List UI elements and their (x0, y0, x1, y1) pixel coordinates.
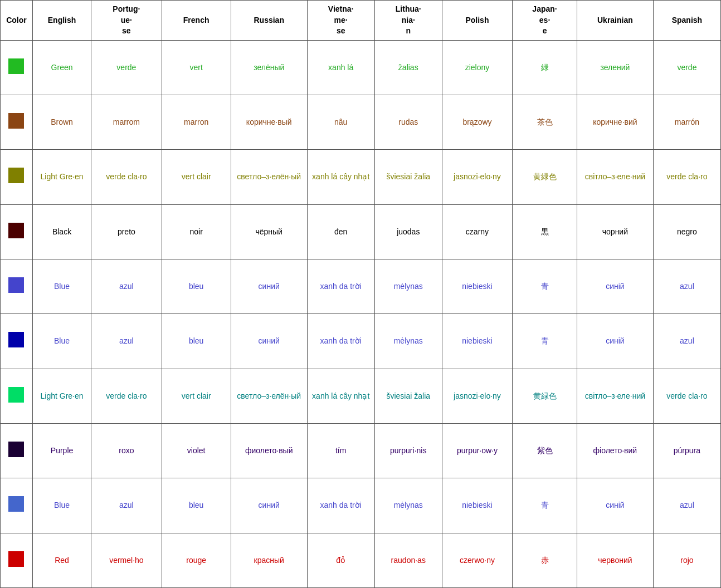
english-cell: Light Gre·en (32, 150, 91, 204)
vietnamese-cell: xanh lá (307, 40, 374, 95)
portuguese-cell: azul (91, 478, 162, 533)
table-row: Redvermel·horougeкрасныйđỏraudon·asczerw… (1, 533, 721, 587)
vietnamese-cell: xanh da trời (307, 259, 374, 314)
header-portuguese: Portug·ue·se (91, 1, 162, 41)
vietnamese-cell: xanh da trời (307, 478, 374, 533)
russian-cell: красный (231, 533, 307, 587)
polish-cell: purpur·ow·y (442, 423, 512, 478)
spanish-cell: marrón (653, 95, 720, 150)
portuguese-cell: azul (91, 259, 162, 314)
color-swatch-cell (1, 259, 33, 314)
japanese-cell: 青 (513, 478, 577, 533)
header-spanish: Spanish (653, 1, 720, 41)
french-cell: marron (162, 95, 231, 150)
header-english: English (32, 1, 91, 41)
color-swatch (8, 442, 24, 457)
japanese-cell: 紫色 (513, 423, 577, 478)
russian-cell: синий (231, 314, 307, 369)
polish-cell: brązowy (442, 95, 512, 150)
french-cell: bleu (162, 314, 231, 369)
color-swatch-cell (1, 150, 33, 204)
table-row: Blueazulbleuсинийxanh da trờimėlynasnieb… (1, 259, 721, 314)
spanish-cell: azul (653, 478, 720, 533)
english-cell: Green (32, 40, 91, 95)
english-cell: Brown (32, 95, 91, 150)
color-swatch-cell (1, 478, 33, 533)
japanese-cell: 黒 (513, 204, 577, 259)
english-cell: Red (32, 533, 91, 587)
japanese-cell: 青 (513, 259, 577, 314)
vietnamese-cell: đỏ (307, 533, 374, 587)
table-row: Light Gre·enverde cla·rovert clairсветло… (1, 150, 721, 204)
table-row: Blueazulbleuсинийxanh da trờimėlynasnieb… (1, 314, 721, 369)
color-swatch-cell (1, 423, 33, 478)
color-translation-table: Color English Portug·ue·se French Russia… (0, 0, 721, 588)
ukrainian-cell: синій (577, 314, 653, 369)
polish-cell: niebieski (442, 478, 512, 533)
french-cell: rouge (162, 533, 231, 587)
ukrainian-cell: зелений (577, 40, 653, 95)
color-swatch (8, 551, 24, 567)
portuguese-cell: verde cla·ro (91, 369, 162, 423)
polish-cell: zielony (442, 40, 512, 95)
spanish-cell: azul (653, 259, 720, 314)
color-swatch (8, 387, 24, 403)
lithuanian-cell: žalias (374, 40, 442, 95)
english-cell: Blue (32, 314, 91, 369)
japanese-cell: 黄緑色 (513, 150, 577, 204)
french-cell: bleu (162, 259, 231, 314)
french-cell: vert clair (162, 369, 231, 423)
russian-cell: синий (231, 259, 307, 314)
lithuanian-cell: mėlynas (374, 478, 442, 533)
english-cell: Black (32, 204, 91, 259)
color-swatch-cell (1, 314, 33, 369)
japanese-cell: 緑 (513, 40, 577, 95)
vietnamese-cell: tím (307, 423, 374, 478)
russian-cell: зелёный (231, 40, 307, 95)
ukrainian-cell: коричне·вий (577, 95, 653, 150)
color-swatch-cell (1, 369, 33, 423)
spanish-cell: negro (653, 204, 720, 259)
table-row: Purpleroxovioletфиолето·выйtímpurpuri·ni… (1, 423, 721, 478)
lithuanian-cell: mėlynas (374, 314, 442, 369)
table-row: Blueazulbleuсинийxanh da trờimėlynasnieb… (1, 478, 721, 533)
polish-cell: jasnozi·elo·ny (442, 369, 512, 423)
lithuanian-cell: šviesiai žalia (374, 150, 442, 204)
russian-cell: светло–з·елён·ый (231, 369, 307, 423)
color-swatch (8, 168, 24, 183)
lithuanian-cell: rudas (374, 95, 442, 150)
table-row: Blackpretonoirчёрныйđenjuodasczarny黒чорн… (1, 204, 721, 259)
french-cell: vert (162, 40, 231, 95)
portuguese-cell: verde (91, 40, 162, 95)
english-cell: Light Gre·en (32, 369, 91, 423)
spanish-cell: púrpura (653, 423, 720, 478)
lithuanian-cell: raudon·as (374, 533, 442, 587)
table-row: Greenverdevertзелёныйxanh lážaliaszielon… (1, 40, 721, 95)
french-cell: bleu (162, 478, 231, 533)
ukrainian-cell: світло–з·еле·ний (577, 150, 653, 204)
color-swatch-cell (1, 95, 33, 150)
lithuanian-cell: šviesiai žalia (374, 369, 442, 423)
header-french: French (162, 1, 231, 41)
header-japanese: Japan·es·e (513, 1, 577, 41)
vietnamese-cell: xanh lá cây nhạt (307, 369, 374, 423)
header-ukrainian: Ukrainian (577, 1, 653, 41)
japanese-cell: 黄緑色 (513, 369, 577, 423)
ukrainian-cell: чорний (577, 204, 653, 259)
header-russian: Russian (231, 1, 307, 41)
header-vietnamese: Vietna·me·se (307, 1, 374, 41)
spanish-cell: verde cla·ro (653, 369, 720, 423)
table-row: Brownmarrommarronкоричне·выйnâurudasbrąz… (1, 95, 721, 150)
header-lithuanian: Lithua·nia·n (374, 1, 442, 41)
portuguese-cell: roxo (91, 423, 162, 478)
english-cell: Purple (32, 423, 91, 478)
french-cell: noir (162, 204, 231, 259)
portuguese-cell: verde cla·ro (91, 150, 162, 204)
ukrainian-cell: червоний (577, 533, 653, 587)
vietnamese-cell: xanh lá cây nhạt (307, 150, 374, 204)
spanish-cell: verde cla·ro (653, 150, 720, 204)
english-cell: Blue (32, 259, 91, 314)
header-color: Color (1, 1, 33, 41)
color-swatch (8, 277, 24, 293)
polish-cell: czerwo·ny (442, 533, 512, 587)
